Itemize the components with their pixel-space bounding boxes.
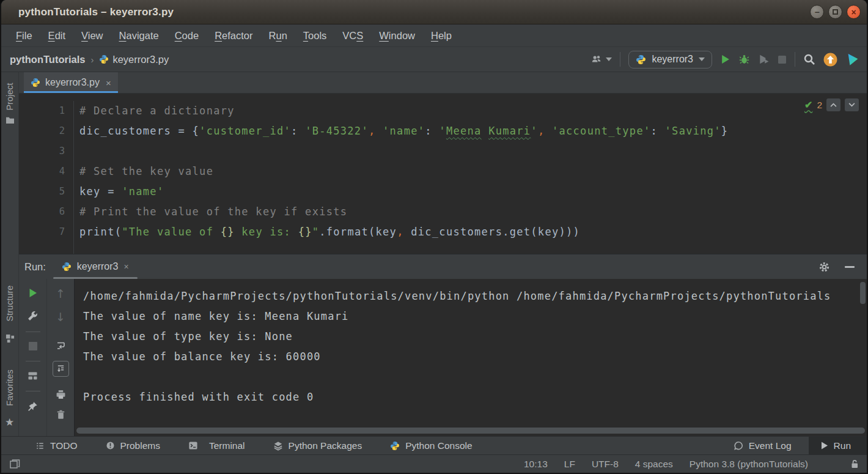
clear-all-trash-icon[interactable] bbox=[56, 410, 65, 420]
problems-icon bbox=[106, 441, 115, 450]
stop-button[interactable] bbox=[778, 55, 787, 64]
down-stacktrace-icon[interactable]: ↓ bbox=[56, 311, 65, 323]
code-line-7[interactable]: print("The value of {} key is: {}".forma… bbox=[79, 222, 867, 242]
todo-list-icon bbox=[35, 442, 45, 450]
line-number-4[interactable]: 4 bbox=[19, 161, 65, 182]
tool-button-project[interactable]: Project bbox=[5, 83, 15, 110]
structure-icon bbox=[6, 334, 15, 343]
close-button[interactable]: × bbox=[847, 5, 861, 19]
title-bar[interactable]: pythonTutorials – keyerror3.py − × bbox=[1, 0, 867, 24]
python-interpreter[interactable]: Python 3.8 (pythonTutorials) bbox=[690, 459, 808, 470]
line-number-7[interactable]: 7 bbox=[19, 222, 65, 242]
wrench-icon[interactable] bbox=[28, 311, 38, 321]
menu-refactor[interactable]: Refactor bbox=[207, 30, 260, 42]
learn-plugin-icon[interactable] bbox=[845, 53, 859, 66]
run-button[interactable] bbox=[720, 54, 730, 65]
tool-button-problems[interactable]: Problems bbox=[106, 440, 160, 451]
menu-navigate[interactable]: Navigate bbox=[111, 30, 167, 42]
python-icon bbox=[62, 262, 72, 272]
pin-icon[interactable] bbox=[28, 401, 38, 412]
line-number-5[interactable]: 5 bbox=[19, 182, 65, 202]
tool-button-event-log[interactable]: Event Log bbox=[734, 440, 792, 451]
tool-button-structure[interactable]: Structure bbox=[5, 286, 15, 322]
hide-panel-icon[interactable] bbox=[845, 266, 855, 268]
tab-close-icon[interactable]: × bbox=[105, 78, 111, 88]
tool-button-python-console[interactable]: Python Console bbox=[390, 440, 472, 451]
tool-window-quick-access-icon[interactable] bbox=[10, 459, 20, 468]
run-toolbar-console: ↑ ↓ bbox=[46, 279, 74, 436]
debug-button[interactable] bbox=[738, 54, 750, 65]
tool-button-run-active[interactable]: Run bbox=[809, 437, 867, 454]
code-line-5[interactable]: key = 'name' bbox=[79, 182, 867, 202]
packages-layers-icon bbox=[273, 441, 283, 451]
up-stacktrace-icon[interactable]: ↑ bbox=[56, 288, 65, 300]
breadcrumb: pythonTutorials › keyerror3.py bbox=[10, 54, 169, 65]
search-everywhere-icon[interactable] bbox=[803, 53, 815, 65]
line-number-3[interactable]: 3 bbox=[19, 141, 65, 161]
menu-bar: FileEditViewNavigateCodeRefactorRunTools… bbox=[1, 24, 867, 47]
menu-run[interactable]: Run bbox=[261, 30, 295, 42]
run-panel-label: Run: bbox=[24, 261, 46, 273]
soft-wrap-icon[interactable] bbox=[56, 341, 66, 350]
run-tab-keyerror3[interactable]: keyerror3 × bbox=[53, 254, 138, 279]
run-console-output[interactable]: /home/fahmida/PycharmProjects/pythonTuto… bbox=[74, 279, 867, 436]
stop-button-disabled[interactable] bbox=[29, 342, 37, 350]
menu-edit[interactable]: Edit bbox=[40, 30, 73, 42]
code-line-3[interactable] bbox=[79, 141, 867, 161]
python-file-icon bbox=[99, 54, 109, 64]
left-tool-stripe: Project Structure Favorites ★ bbox=[1, 72, 19, 436]
tool-button-todo[interactable]: TODO bbox=[35, 440, 78, 451]
minimize-button[interactable]: − bbox=[810, 5, 824, 19]
event-log-balloon-icon bbox=[734, 441, 743, 451]
pycharm-window: pythonTutorials – keyerror3.py − × FileE… bbox=[0, 0, 868, 474]
run-with-coverage-button[interactable] bbox=[758, 54, 770, 65]
line-separator[interactable]: LF bbox=[564, 459, 575, 470]
restore-layout-icon[interactable] bbox=[28, 371, 38, 380]
menu-window[interactable]: Window bbox=[371, 30, 423, 42]
lock-icon[interactable] bbox=[850, 459, 859, 468]
tool-button-python-packages[interactable]: Python Packages bbox=[273, 440, 362, 451]
breadcrumb-project[interactable]: pythonTutorials bbox=[10, 54, 85, 65]
code-line-1[interactable]: # Declare a dictionary bbox=[79, 101, 867, 121]
menu-file[interactable]: File bbox=[8, 30, 40, 42]
rerun-button[interactable] bbox=[28, 288, 38, 298]
update-available-icon[interactable] bbox=[823, 53, 837, 67]
print-icon[interactable] bbox=[56, 390, 66, 399]
breadcrumb-file[interactable]: keyerror3.py bbox=[99, 54, 169, 65]
line-number-2[interactable]: 2 bbox=[19, 121, 65, 141]
horizontal-scrollbar[interactable] bbox=[76, 428, 865, 434]
vertical-scrollbar[interactable] bbox=[860, 282, 866, 304]
next-problem-button[interactable] bbox=[845, 98, 859, 111]
editor-tab-keyerror3[interactable]: keyerror3.py × bbox=[24, 72, 118, 93]
line-number-gutter[interactable]: 1234567 bbox=[19, 101, 74, 254]
code-line-4[interactable]: # Set the key value bbox=[79, 161, 867, 182]
code-line-6[interactable]: # Print the value of the key if exists bbox=[79, 202, 867, 222]
menu-help[interactable]: Help bbox=[423, 30, 460, 42]
previous-problem-button[interactable] bbox=[826, 98, 840, 111]
file-encoding[interactable]: UTF-8 bbox=[592, 459, 619, 470]
tool-button-favorites[interactable]: Favorites bbox=[5, 369, 15, 406]
indent-setting[interactable]: 4 spaces bbox=[635, 459, 673, 470]
run-configuration-select[interactable]: keyerror3 bbox=[628, 51, 712, 69]
run-tab-close-icon[interactable]: × bbox=[123, 262, 128, 272]
caret-position[interactable]: 10:13 bbox=[524, 459, 548, 470]
menu-tools[interactable]: Tools bbox=[295, 30, 335, 42]
code-editor[interactable]: 1234567 # Declare a dictionarydic_custom… bbox=[19, 94, 867, 254]
code-line-2[interactable]: dic_customers = {'customer_id': 'B-45322… bbox=[79, 121, 867, 141]
maximize-button[interactable] bbox=[828, 5, 842, 19]
settings-gear-icon[interactable] bbox=[818, 261, 830, 273]
star-icon: ★ bbox=[5, 416, 14, 429]
menu-vcs[interactable]: VCS bbox=[334, 30, 371, 42]
console-line-3: The value of type key is: None bbox=[83, 327, 867, 347]
window-title: pythonTutorials – keyerror3.py bbox=[18, 6, 174, 18]
menu-code[interactable]: Code bbox=[167, 30, 207, 42]
line-number-1[interactable]: 1 bbox=[19, 101, 65, 121]
python-icon bbox=[390, 441, 400, 451]
inspections-widget[interactable]: ✔ 2 bbox=[804, 98, 859, 111]
tool-button-terminal[interactable]: Terminal bbox=[188, 440, 245, 451]
folder-icon bbox=[6, 116, 15, 124]
line-number-6[interactable]: 6 bbox=[19, 202, 65, 222]
code-with-me-users-icon[interactable] bbox=[590, 54, 612, 64]
scroll-to-end-button-selected[interactable] bbox=[53, 361, 69, 377]
menu-view[interactable]: View bbox=[73, 30, 111, 42]
